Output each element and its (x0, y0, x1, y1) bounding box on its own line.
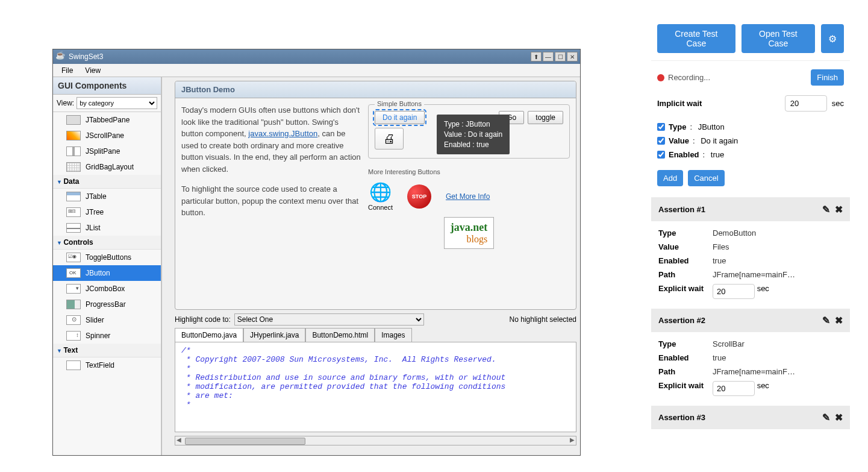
interesting-buttons-group: More Interesting Buttons 🌐 Connect STOP … (368, 168, 570, 249)
category-text[interactable]: Text (53, 344, 161, 357)
tooltip-value: Value : Do it again (444, 130, 502, 140)
check-enabled[interactable] (657, 151, 665, 159)
tab-buttondemo-java[interactable]: ButtonDemo.java (175, 328, 243, 342)
slider-icon (66, 315, 81, 325)
assertion-1-body: TypeDemoButton ValueFiles Enabledtrue Pa… (651, 221, 850, 309)
sidebar-scrollbar[interactable] (161, 77, 171, 455)
add-button[interactable]: Add (657, 170, 683, 186)
sidebar-item-gridbaglayout[interactable]: GridBagLayout (53, 159, 161, 175)
delete-icon[interactable]: ✖ (835, 204, 843, 215)
tab-buttondemo-html[interactable]: ButtonDemo.html (305, 328, 375, 342)
togglebuttons-icon (66, 253, 81, 262)
jcombobox-icon (66, 284, 81, 294)
titlebar: SwingSet3 ⬆ — ☐ ✕ (53, 49, 580, 64)
open-test-case-button[interactable]: Open Test Case (742, 24, 815, 53)
property-checklist: Type: JButton Value: Do it again Enabled… (651, 118, 850, 168)
maximize-button[interactable]: ☐ (555, 52, 566, 61)
assertion-list: Assertion #1 ✎ ✖ TypeDemoButton ValueFil… (651, 198, 850, 429)
menu-file[interactable]: File (55, 65, 79, 77)
highlight-select[interactable]: Select One (234, 313, 424, 326)
highlight-status: No highlight selected (510, 315, 576, 324)
sidebar-item-jsplitpane[interactable]: JSplitPane (53, 143, 161, 159)
delete-icon[interactable]: ✖ (835, 315, 843, 326)
window-buttons: ⬆ — ☐ ✕ (531, 52, 578, 61)
sidebar-title: GUI Components (53, 77, 161, 95)
content-area: JButton Demo Today's modern GUIs often u… (171, 77, 580, 455)
menubar: File View (53, 64, 580, 77)
progressbar-icon (66, 300, 81, 309)
sidebar-item-textfield[interactable]: TextField (53, 357, 161, 373)
sidebar-item-jlist[interactable]: JList (53, 220, 161, 236)
javanet-blogs-button[interactable]: java.net blogs (444, 217, 495, 249)
delete-icon[interactable]: ✖ (835, 412, 843, 423)
cancel-button[interactable]: Cancel (688, 170, 724, 186)
gear-icon: ⚙ (828, 33, 837, 45)
minimize-to-tray-button[interactable]: ⬆ (531, 52, 542, 61)
window-title: SwingSet3 (69, 52, 531, 61)
sidebar-item-slider[interactable]: Slider (53, 312, 161, 328)
code-tabs: ButtonDemo.java JHyperlink.java ButtonDe… (175, 328, 576, 342)
sidebar-item-jtree[interactable]: JTree (53, 204, 161, 220)
java-icon (55, 52, 65, 61)
menu-view[interactable]: View (79, 65, 107, 77)
textfield-icon (66, 360, 81, 370)
simple-buttons-label: Simple Buttons (375, 100, 424, 107)
edit-icon[interactable]: ✎ (822, 412, 830, 423)
category-data[interactable]: Data (53, 175, 161, 189)
minimize-button[interactable]: — (543, 52, 554, 61)
get-more-info-link[interactable]: Get More Info (446, 192, 490, 201)
sidebar-item-spinner[interactable]: Spinner (53, 328, 161, 344)
sidebar-item-jcombobox[interactable]: JComboBox (53, 281, 161, 297)
sec-label: sec (832, 99, 844, 108)
finish-button[interactable]: Finish (811, 69, 844, 86)
print-button[interactable]: 🖨 (375, 128, 404, 149)
record-icon (657, 74, 664, 81)
scrollbar-thumb[interactable] (185, 438, 305, 445)
jtabbedpane-icon (66, 115, 81, 125)
sidebar-item-progressbar[interactable]: ProgressBar (53, 297, 161, 312)
recording-status: Recording... (657, 73, 710, 82)
sidebar: GUI Components View: by category JTabbed… (53, 77, 161, 455)
component-tree: JTabbedPane JScrollPane JSplitPane GridB… (53, 112, 161, 455)
edit-icon[interactable]: ✎ (822, 204, 830, 215)
close-button[interactable]: ✕ (567, 52, 578, 61)
jtree-icon (66, 207, 81, 217)
source-code-area[interactable]: /* * Copyright 2007-2008 Sun Microsystem… (175, 342, 576, 432)
globe-icon: 🌐 (369, 181, 392, 203)
javax-swing-jbutton-link[interactable]: javax.swing.JButton (248, 129, 317, 138)
sidebar-item-jtabbedpane[interactable]: JTabbedPane (53, 112, 161, 128)
assertion-1-header[interactable]: Assertion #1 ✎ ✖ (651, 198, 850, 221)
jtable-icon (66, 192, 81, 201)
check-value[interactable] (657, 137, 665, 145)
test-panel: Create Test Case Open Test Case ⚙ Record… (651, 18, 850, 429)
assertion-2-header[interactable]: Assertion #2 ✎ ✖ (651, 309, 850, 332)
sidebar-item-jbutton[interactable]: JButton (53, 265, 161, 281)
test-panel-header: Create Test Case Open Test Case ⚙ (651, 18, 850, 61)
connect-button[interactable]: 🌐 Connect (368, 181, 393, 211)
stop-button[interactable]: STOP (407, 184, 431, 209)
assertion-2-body: TypeScrollBar Enabledtrue PathJFrame[nam… (651, 332, 850, 406)
view-select[interactable]: by category (76, 97, 157, 109)
sidebar-item-jscrollpane[interactable]: JScrollPane (53, 128, 161, 143)
jlist-icon (66, 223, 81, 233)
category-controls[interactable]: Controls (53, 236, 161, 250)
implicit-wait-input[interactable] (785, 95, 827, 112)
assertion-1-explicit-wait-input[interactable] (713, 284, 755, 299)
horizontal-scrollbar[interactable] (175, 436, 576, 445)
demo-title: JButton Demo (175, 81, 576, 98)
assertion-2-explicit-wait-input[interactable] (713, 381, 755, 396)
demo-panel: JButton Demo Today's modern GUIs often u… (175, 81, 576, 310)
tab-images[interactable]: Images (375, 328, 411, 342)
create-test-case-button[interactable]: Create Test Case (657, 24, 735, 53)
sidebar-item-togglebuttons[interactable]: ToggleButtons (53, 250, 161, 265)
demo-description: Today's modern GUIs often use buttons wh… (181, 104, 362, 303)
edit-icon[interactable]: ✎ (822, 315, 830, 326)
do-it-again-button[interactable]: Do it again (375, 111, 425, 124)
check-type[interactable] (657, 123, 665, 131)
jsplitpane-icon (66, 146, 81, 156)
tab-jhyperlink-java[interactable]: JHyperlink.java (243, 328, 305, 342)
assertion-3-header[interactable]: Assertion #3 ✎ ✖ (651, 406, 850, 429)
settings-button[interactable]: ⚙ (821, 24, 844, 53)
toggle-button[interactable]: toggle (528, 111, 563, 124)
sidebar-item-jtable[interactable]: JTable (53, 189, 161, 204)
